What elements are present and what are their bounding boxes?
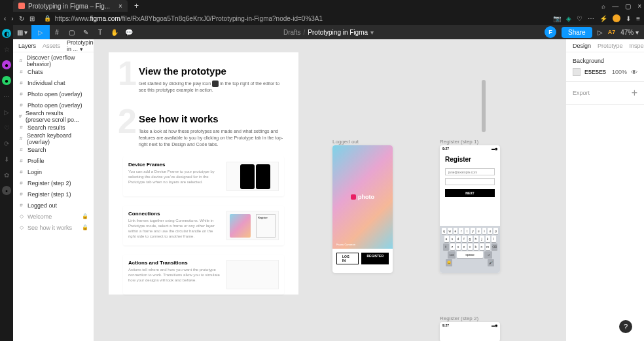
frame-label-register-2[interactable]: Register (step 2) [440,315,478,321]
heart-sidebar-icon[interactable]: ♡ [2,123,11,132]
lock-icon[interactable]: 🔒 [82,224,88,230]
bg-opacity[interactable]: 100% [612,69,627,75]
opera-speed-icon[interactable]: ◐ [2,29,11,38]
key[interactable]: y [471,228,475,234]
key[interactable]: c [462,243,467,250]
reload-icon[interactable]: ↻ [19,15,24,22]
key[interactable]: f [462,236,467,242]
minimize-icon[interactable]: — [612,3,618,10]
pen-tool[interactable]: ✎ [79,25,93,39]
history-icon[interactable]: ⟳ [2,139,11,148]
layer-item[interactable]: #Profile [13,155,94,166]
layer-item[interactable]: #Search keyboard (overlay) [13,133,94,144]
layer-item[interactable]: #Individual chat [13,77,94,88]
file-chevron-icon[interactable]: ▾ [370,29,374,36]
key[interactable]: n [480,243,484,250]
help-button[interactable]: ? [619,320,632,333]
key[interactable]: j [480,236,484,242]
frame-logged-out[interactable]: photo Fauna Cameron LOG IN REGISTER [332,145,393,273]
key[interactable]: q [442,228,446,234]
register-button[interactable]: REGISTER [361,253,389,264]
text-tool[interactable]: T [93,25,107,39]
close-icon[interactable]: × [637,3,641,10]
layer-item[interactable]: #Logged out [13,200,94,211]
layer-item[interactable]: #Search [13,144,94,155]
lock-icon[interactable]: 🔒 [82,213,88,219]
share-button[interactable]: Share [562,27,592,38]
layer-item[interactable]: #Register (step 1) [13,188,94,200]
key[interactable]: r [459,228,463,234]
gear-icon[interactable]: ✿ [2,170,11,179]
next-button[interactable]: NEXT [445,189,495,197]
layer-item[interactable]: #Search results [13,122,94,133]
key[interactable]: h [474,236,478,242]
browser-tab[interactable]: Prototyping in Figma – Fig... × [13,0,128,12]
card-device-frames[interactable]: Device Frames You can add a Device Frame… [123,156,284,196]
layer-item[interactable]: #Register (step 2) [13,177,94,188]
menu-icon[interactable]: ≡ [636,15,640,22]
key[interactable]: k [486,236,490,242]
frame-register-2[interactable]: 9:27▬◉ [440,322,500,341]
messenger-icon[interactable]: ● [2,60,11,69]
card-connections[interactable]: Connections Link frames together using C… [123,206,284,245]
login-button[interactable]: LOG IN [336,253,359,264]
key[interactable]: t [465,228,469,234]
present-icon[interactable]: ▷ [598,29,603,36]
comment-tool[interactable]: 💬 [122,25,136,39]
figma-app-icon[interactable]: ▪ [2,186,11,195]
assets-tab[interactable]: Assets [43,43,60,49]
drafts-link[interactable]: Drafts [283,29,301,36]
layer-component[interactable]: ◇See how it works🔒 [13,222,94,233]
key[interactable]: x [456,243,461,250]
download-icon[interactable]: ⬇ [626,15,631,22]
shape-tool[interactable]: ▢ [64,25,79,39]
key[interactable]: v [468,243,473,250]
hand-tool[interactable]: ✋ [107,25,122,39]
layer-item[interactable]: #Photo open (overlay) [13,88,94,99]
play-icon[interactable]: ▷ [2,107,11,117]
frame-tool[interactable]: # [50,25,64,39]
canvas-scrollbar[interactable] [482,80,486,132]
key[interactable]: a [444,236,449,242]
file-name[interactable]: Prototyping in Figma [308,29,368,36]
page-selector[interactable]: Prototyping in ... ▾ [67,39,94,52]
key[interactable]: z [450,243,455,250]
figma-menu-icon[interactable]: ▦ ▾ [13,25,31,39]
inspect-tab[interactable]: Inspect [630,43,644,49]
visibility-icon[interactable]: 👁 [631,69,637,76]
whatsapp-icon[interactable]: ● [2,76,11,85]
key[interactable]: b [474,243,478,250]
move-tool[interactable]: ▷ [31,25,50,39]
design-tab[interactable]: Design [573,43,591,49]
key[interactable]: e [454,228,458,234]
user-avatar[interactable]: F [545,26,556,38]
bolt-icon[interactable]: ⚡ [599,15,607,22]
layers-tab[interactable]: Layers [18,43,36,49]
add-export-icon[interactable]: + [632,87,637,99]
star-icon[interactable]: ☆ [2,45,11,54]
card-actions[interactable]: Actions and Transitions Actions tell whe… [123,255,284,295]
zoom-level[interactable]: 47% ▾ [620,29,639,36]
camera-icon[interactable]: 📷 [553,15,561,22]
layer-item[interactable]: #Chats [13,66,94,77]
layer-component[interactable]: ◇Welcome🔒 [13,211,94,222]
frame-label-logged-out[interactable]: Logged out [332,139,359,145]
tab-close-icon[interactable]: × [118,3,122,10]
layer-item[interactable]: #Login [13,166,94,177]
key[interactable]: o [488,228,492,234]
key[interactable]: w [448,228,452,234]
key[interactable]: p [493,228,498,234]
heart-icon[interactable]: ♡ [577,15,582,22]
password-input[interactable] [445,178,495,185]
key[interactable]: i [482,228,487,234]
space-key[interactable]: space [457,251,483,258]
canvas[interactable]: 1 View the prototype Get started by clic… [94,39,565,341]
instructions-frame[interactable]: 1 View the prototype Get started by clic… [109,52,298,295]
email-input[interactable]: jane@example.com [445,168,495,175]
bookmark-icon[interactable]: ⋯ [2,92,11,101]
key[interactable]: g [468,236,473,242]
maximize-icon[interactable]: ▢ [625,3,631,10]
url-field[interactable]: 🔒 https://www.figma.com/file/RxA8Ybgoa5T… [44,15,548,22]
layer-item[interactable]: #Search results (preserve scroll po... [13,111,94,122]
frame-label-register-1[interactable]: Register (step 1) [440,139,478,145]
